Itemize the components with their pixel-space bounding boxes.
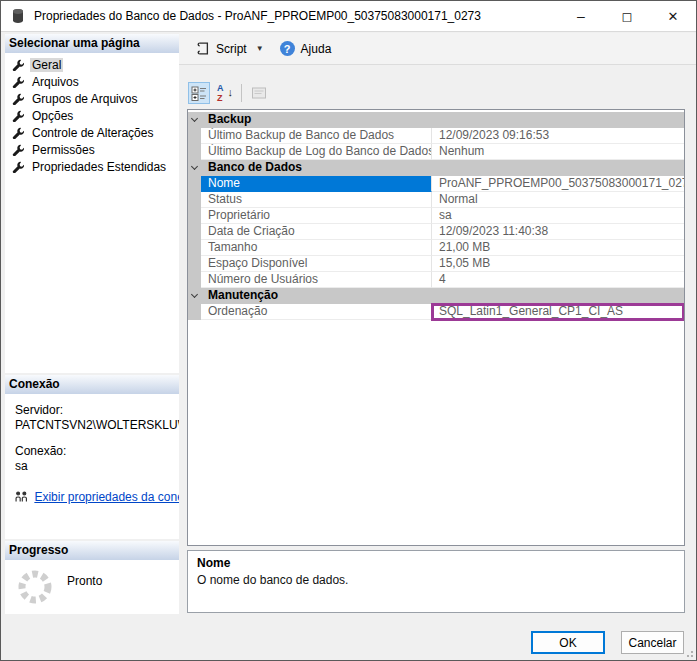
view-connection-properties-link[interactable]: Exibir propriedades da conexã — [34, 490, 179, 504]
property-label[interactable]: Ordenação — [201, 304, 432, 320]
title-bar: Propriedades do Banco de Dados - ProANF_… — [1, 1, 696, 32]
property-row-espaco-disponivel[interactable]: Espaço Disponível15,05 MB — [188, 256, 684, 272]
property-row-proprietario[interactable]: Proprietáriosa — [188, 208, 684, 224]
property-label[interactable]: Nome — [201, 176, 432, 192]
wrench-icon — [12, 76, 24, 88]
property-value[interactable]: 21,00 MB — [432, 240, 684, 256]
help-button-label: Ajuda — [301, 42, 332, 56]
progress-spinner-icon — [15, 567, 55, 607]
sidebar-item-label: Controle de Alterações — [30, 126, 155, 140]
property-value[interactable]: 15,05 MB — [432, 256, 684, 272]
help-icon: ? — [280, 41, 295, 56]
category-row-backup[interactable]: Backup — [188, 112, 684, 128]
server-value: PATCNTSVN2\WOLTERSKLUW — [15, 418, 179, 433]
chevron-down-icon — [191, 115, 198, 122]
property-value[interactable]: Nenhum — [432, 144, 684, 160]
chevron-down-icon — [191, 291, 198, 298]
connection-properties-icon — [15, 490, 28, 504]
property-value[interactable]: SQL_Latin1_General_CP1_CI_AS — [432, 304, 684, 320]
property-row-ultimo-backup-de-banco-de-dados[interactable]: Último Backup de Banco de Dados12/09/202… — [188, 128, 684, 144]
categorized-view-button[interactable] — [188, 82, 210, 104]
wrench-icon — [12, 110, 24, 122]
sidebar-item-label: Arquivos — [30, 75, 81, 89]
cancel-button[interactable]: Cancelar — [621, 631, 684, 654]
close-button[interactable]: ✕ — [650, 1, 696, 31]
row-gutter — [188, 272, 201, 288]
property-label[interactable]: Tamanho — [201, 240, 432, 256]
row-gutter — [188, 224, 201, 240]
property-pages-icon — [251, 85, 267, 101]
property-value[interactable]: ProANF_PPROEMP00_50375083000171_0273 — [432, 176, 684, 192]
wrench-icon — [12, 93, 24, 105]
sidebar-item-propriedades-estendidas[interactable]: Propriedades Estendidas — [5, 158, 179, 175]
property-label[interactable]: Último Backup de Log do Banco de Dados — [201, 144, 432, 160]
property-label[interactable]: Proprietário — [201, 208, 432, 224]
minimize-button[interactable]: – — [558, 1, 604, 31]
connection-header: Conexão — [5, 375, 179, 394]
wrench-icon — [12, 161, 24, 173]
sidebar-item-grupos-de-arquivos[interactable]: Grupos de Arquivos — [5, 90, 179, 107]
server-label: Servidor: — [15, 403, 179, 418]
sidebar-item-opcoes[interactable]: Opções — [5, 107, 179, 124]
sidebar-item-label: Propriedades Estendidas — [30, 160, 168, 174]
property-row-tamanho[interactable]: Tamanho21,00 MB — [188, 240, 684, 256]
ok-button[interactable]: OK — [531, 631, 605, 654]
chevron-down-icon — [191, 163, 198, 170]
progress-header: Progresso — [5, 541, 179, 560]
property-label[interactable]: Número de Usuários — [201, 272, 432, 288]
sidebar-item-label: Grupos de Arquivos — [30, 92, 139, 106]
property-label[interactable]: Espaço Disponível — [201, 256, 432, 272]
sidebar-item-label: Geral — [30, 58, 63, 72]
page-list: GeralArquivosGrupos de ArquivosOpçõesCon… — [5, 53, 179, 373]
property-value[interactable]: 12/09/2023 11:40:38 — [432, 224, 684, 240]
property-row-nome[interactable]: NomeProANF_PPROEMP00_50375083000171_0273 — [188, 176, 684, 192]
property-row-numero-de-usuarios[interactable]: Número de Usuários4 — [188, 272, 684, 288]
sidebar-item-controle-de-alteracoes[interactable]: Controle de Alterações — [5, 124, 179, 141]
property-value[interactable]: Normal — [432, 192, 684, 208]
row-gutter — [188, 192, 201, 208]
collapse-toggle[interactable] — [188, 112, 201, 128]
property-row-data-de-criacao[interactable]: Data de Criação12/09/2023 11:40:38 — [188, 224, 684, 240]
row-gutter — [188, 208, 201, 224]
property-label[interactable]: Status — [201, 192, 432, 208]
description-text: O nome do banco de dados. — [197, 573, 675, 587]
sidebar-item-geral[interactable]: Geral — [5, 56, 179, 73]
property-grid-toolbar: AZ↓ — [187, 79, 685, 107]
property-label[interactable]: Último Backup de Banco de Dados — [201, 128, 432, 144]
row-gutter — [188, 304, 201, 320]
row-gutter — [188, 176, 201, 192]
script-button[interactable]: Script ▼ — [188, 36, 271, 61]
property-grid-panel: AZ↓ BackupÚltimo Backup de Banco de Dado… — [187, 79, 685, 546]
sidebar-item-label: Permissões — [30, 143, 97, 157]
sidebar-item-permissoes[interactable]: Permissões — [5, 141, 179, 158]
resize-grip[interactable] — [683, 647, 693, 657]
property-label[interactable]: Data de Criação — [201, 224, 432, 240]
progress-panel: Pronto — [5, 560, 179, 614]
property-value[interactable]: 4 — [432, 272, 684, 288]
category-row-banco-de-dados[interactable]: Banco de Dados — [188, 160, 684, 176]
description-panel: Nome O nome do banco de dados. — [187, 550, 685, 613]
property-row-status[interactable]: StatusNormal — [188, 192, 684, 208]
maximize-button[interactable]: ◻ — [604, 1, 650, 31]
collapse-toggle[interactable] — [188, 160, 201, 176]
chevron-down-icon: ▼ — [256, 44, 264, 53]
window-title: Propriedades do Banco de Dados - ProANF_… — [34, 9, 558, 23]
sort-az-icon: AZ↓ — [216, 85, 232, 101]
category-label: Backup — [201, 112, 251, 128]
sidebar-item-label: Opções — [30, 109, 75, 123]
property-row-ordenacao[interactable]: OrdenaçãoSQL_Latin1_General_CP1_CI_AS — [188, 304, 684, 320]
connection-value: sa — [15, 459, 179, 474]
category-row-manutencao[interactable]: Manutenção — [188, 288, 684, 304]
help-button[interactable]: ? Ajuda — [273, 36, 339, 61]
property-value[interactable]: sa — [432, 208, 684, 224]
property-row-ultimo-backup-de-log-do-banco-de-dados[interactable]: Último Backup de Log do Banco de DadosNe… — [188, 144, 684, 160]
collapse-toggle[interactable] — [188, 288, 201, 304]
sidebar-item-arquivos[interactable]: Arquivos — [5, 73, 179, 90]
property-value[interactable]: 12/09/2023 09:16:53 — [432, 128, 684, 144]
wrench-icon — [12, 127, 24, 139]
alphabetical-sort-button[interactable]: AZ↓ — [213, 82, 235, 104]
category-label: Banco de Dados — [201, 160, 302, 176]
property-grid: BackupÚltimo Backup de Banco de Dados12/… — [187, 109, 685, 546]
wrench-icon — [12, 144, 24, 156]
connection-panel: Servidor: PATCNTSVN2\WOLTERSKLUW Conexão… — [5, 394, 179, 539]
